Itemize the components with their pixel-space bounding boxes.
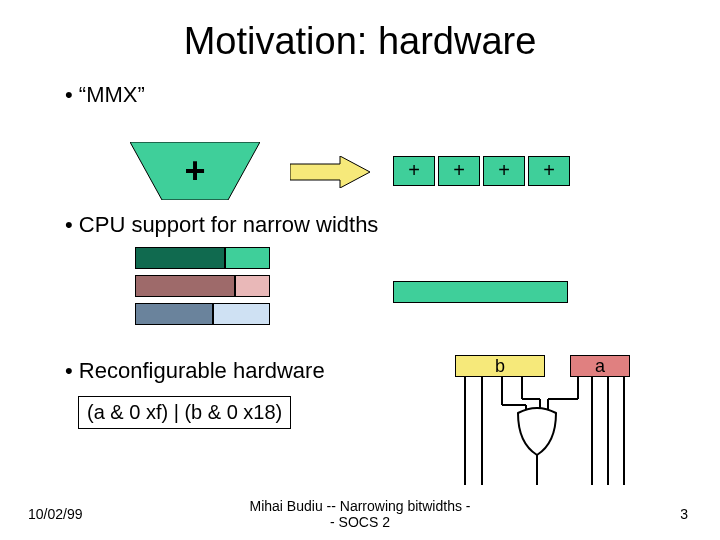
- cpu-bar-segment: [135, 275, 235, 297]
- bullet-cpu: • CPU support for narrow widths: [65, 212, 378, 238]
- reconfigurable-circuit: b a: [440, 355, 640, 495]
- alu-small-1: +: [393, 156, 435, 186]
- svg-marker-1: [290, 156, 370, 188]
- alu-array: + + + +: [393, 156, 570, 186]
- alu-small-4: +: [528, 156, 570, 186]
- footer-center: Mihai Budiu -- Narrowing bitwidths - - S…: [0, 498, 720, 530]
- wide-register: [393, 281, 568, 303]
- alu-small-2: +: [438, 156, 480, 186]
- cpu-bar-row: [135, 275, 270, 297]
- cpu-bar-row: [135, 303, 270, 325]
- alu-small-3: +: [483, 156, 525, 186]
- cpu-bar-row: [135, 247, 270, 269]
- cpu-width-bars: [135, 247, 270, 331]
- cpu-bar-segment: [235, 275, 270, 297]
- cpu-bar-segment: [213, 303, 270, 325]
- cpu-bar-segment: [135, 247, 225, 269]
- transform-arrow: [290, 156, 370, 188]
- big-alu-plus: +: [130, 150, 260, 192]
- bullet-mmx: • “MMX”: [65, 82, 145, 108]
- cpu-bar-segment: [135, 303, 213, 325]
- footer-page-number: 3: [680, 506, 688, 522]
- cpu-bar-segment: [225, 247, 270, 269]
- expression-box: (a & 0 xf) | (b & 0 x18): [78, 396, 291, 429]
- big-alu: +: [130, 142, 260, 200]
- footer-center-line1: Mihai Budiu -- Narrowing bitwidths -: [250, 498, 471, 514]
- footer-center-line2: - SOCS 2: [330, 514, 390, 530]
- bullet-reconf: • Reconfigurable hardware: [65, 358, 325, 384]
- slide-title: Motivation: hardware: [0, 20, 720, 63]
